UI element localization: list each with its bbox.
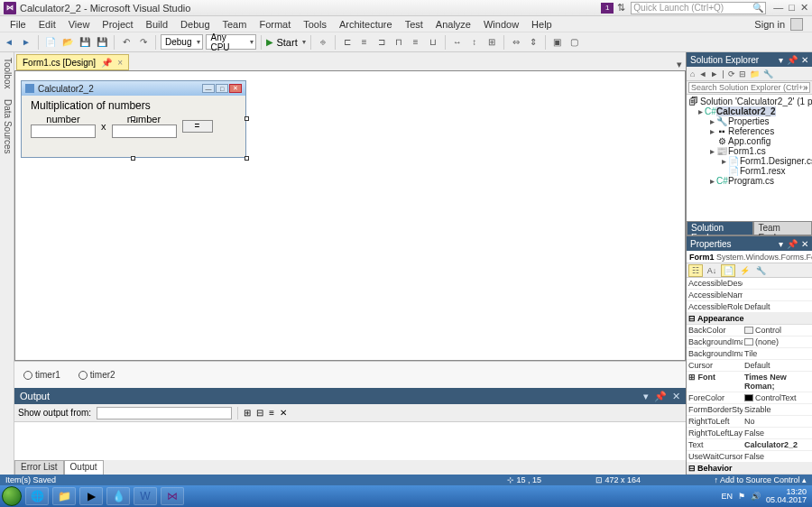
- se-collapse-button[interactable]: ⊟: [739, 69, 746, 78]
- pin-icon[interactable]: 📌: [787, 239, 798, 249]
- tree-program[interactable]: Program.cs: [728, 176, 774, 186]
- pin-icon[interactable]: 📌: [101, 58, 112, 68]
- output-tool-button[interactable]: ⊟: [256, 408, 263, 418]
- output-tool-button[interactable]: ⊞: [244, 408, 251, 418]
- data-sources-tab[interactable]: Data Sources: [0, 97, 14, 156]
- size-width-button[interactable]: ↔: [450, 35, 465, 50]
- menu-window[interactable]: Window: [477, 18, 525, 31]
- send-back-button[interactable]: ▢: [567, 35, 582, 50]
- toolbar-btn[interactable]: ⎆: [316, 35, 330, 50]
- taskbar-ie[interactable]: 🌐: [25, 487, 49, 505]
- tab-team-explorer[interactable]: Team Explorer: [753, 221, 812, 235]
- platform-dropdown[interactable]: Any CPU: [206, 34, 256, 50]
- menu-file[interactable]: File: [4, 18, 32, 31]
- panel-dropdown-icon[interactable]: ▾: [779, 55, 783, 65]
- taskbar-explorer[interactable]: 📁: [52, 487, 76, 505]
- tray-icon[interactable]: ⚑: [738, 492, 745, 501]
- notification-flag-icon[interactable]: 1: [601, 3, 614, 14]
- align-right-button[interactable]: ⊐: [374, 35, 389, 50]
- se-search-input[interactable]: [688, 82, 810, 93]
- tray-icon[interactable]: 🔊: [751, 492, 761, 501]
- textbox-number2[interactable]: [112, 124, 177, 138]
- close-tab-button[interactable]: ×: [117, 58, 123, 68]
- tree-form1-designer[interactable]: Form1.Designer.cs: [740, 156, 812, 166]
- doc-tab-form1-design[interactable]: Form1.cs [Design] 📌 ×: [16, 54, 129, 70]
- properties-object-selector[interactable]: Form1 System.Windows.Forms.Form: [687, 251, 812, 263]
- save-button[interactable]: 💾: [78, 35, 92, 50]
- equals-button[interactable]: =: [182, 120, 213, 133]
- save-all-button[interactable]: 💾: [95, 35, 109, 50]
- open-button[interactable]: 📂: [60, 35, 75, 50]
- menu-help[interactable]: Help: [525, 18, 558, 31]
- align-center-button[interactable]: ≡: [357, 35, 372, 50]
- close-icon[interactable]: ✕: [801, 55, 808, 65]
- menu-format[interactable]: Format: [253, 18, 297, 31]
- tree-references[interactable]: References: [728, 126, 774, 136]
- designer-surface[interactable]: Calculator2_2 — □ ✕ Multiplication of nu…: [14, 70, 686, 361]
- minimize-button[interactable]: —: [773, 2, 783, 14]
- bring-front-button[interactable]: ▣: [550, 35, 565, 50]
- source-control-button[interactable]: ↑ Add to Source Control ▴: [714, 475, 807, 484]
- tree-project[interactable]: Calculator2_2: [716, 106, 776, 116]
- panel-dropdown-icon[interactable]: ▾: [779, 239, 783, 249]
- size-height-button[interactable]: ↕: [467, 35, 482, 50]
- redo-button[interactable]: ↷: [136, 35, 151, 50]
- se-fwd-button[interactable]: ►: [710, 69, 718, 78]
- taskbar-app[interactable]: 💧: [106, 487, 130, 505]
- component-timer2[interactable]: timer2: [78, 370, 115, 380]
- panel-dropdown-icon[interactable]: ▾: [643, 391, 649, 402]
- menu-edit[interactable]: Edit: [32, 18, 62, 31]
- se-refresh-button[interactable]: ⟳: [728, 69, 735, 78]
- pin-icon[interactable]: 📌: [787, 55, 798, 65]
- se-home-button[interactable]: ⌂: [690, 69, 695, 78]
- taskbar-vs[interactable]: ⋈: [161, 487, 184, 505]
- start-orb[interactable]: [2, 486, 22, 506]
- tree-properties[interactable]: Properties: [728, 116, 770, 126]
- align-left-button[interactable]: ⊏: [340, 35, 355, 50]
- vspace-button[interactable]: ⇕: [526, 35, 540, 50]
- solution-tree[interactable]: 🗐Solution 'Calculator2_2' (1 project) ▸C…: [687, 95, 812, 221]
- se-showall-button[interactable]: 📁: [750, 69, 760, 78]
- textbox-number1[interactable]: [31, 124, 96, 138]
- menu-tools[interactable]: Tools: [297, 18, 333, 31]
- selection-handle[interactable]: [245, 156, 249, 161]
- tab-dropdown-button[interactable]: ▾: [673, 59, 686, 70]
- output-tool-button[interactable]: ≡: [269, 408, 274, 418]
- close-button[interactable]: ✕: [800, 2, 808, 14]
- config-dropdown[interactable]: Debug: [161, 34, 203, 50]
- taskbar-clock[interactable]: 13:20 05.04.2017: [766, 488, 807, 504]
- properties-grid[interactable]: AccessibleDescripti AccessibleName Acces…: [687, 278, 812, 475]
- taskbar-word[interactable]: W: [134, 487, 157, 505]
- quick-launch-input[interactable]: Quick Launch (Ctrl+Q)🔍: [631, 2, 766, 14]
- new-project-button[interactable]: 📄: [43, 35, 58, 50]
- tree-form1-resx[interactable]: Form1.resx: [740, 166, 786, 176]
- props-pages-button[interactable]: 🔧: [753, 264, 768, 277]
- selection-handle[interactable]: [131, 116, 135, 121]
- lang-indicator[interactable]: EN: [721, 492, 733, 501]
- maximize-button[interactable]: □: [789, 2, 795, 14]
- signin-link[interactable]: Sign in: [754, 19, 785, 30]
- align-bottom-button[interactable]: ⊔: [426, 35, 440, 50]
- close-icon[interactable]: ✕: [801, 239, 808, 249]
- selection-handle[interactable]: [245, 116, 249, 121]
- menu-analyze[interactable]: Analyze: [429, 18, 477, 31]
- props-categorized-button[interactable]: ☷: [688, 264, 703, 277]
- hspace-button[interactable]: ⇔: [509, 35, 523, 50]
- start-button[interactable]: ▶Start▾: [266, 37, 305, 48]
- output-body[interactable]: [14, 422, 686, 460]
- menu-view[interactable]: View: [62, 18, 97, 31]
- nav-back-button[interactable]: ◄: [2, 35, 16, 50]
- menu-team[interactable]: Team: [217, 18, 254, 31]
- close-icon[interactable]: ✕: [672, 391, 680, 402]
- align-top-button[interactable]: ⊓: [392, 35, 406, 50]
- selection-handle[interactable]: [131, 156, 135, 161]
- output-clear-button[interactable]: ✕: [280, 408, 287, 418]
- nav-forward-button[interactable]: ►: [19, 35, 33, 50]
- tab-solution-explorer[interactable]: Solution Explorer: [687, 221, 753, 235]
- menu-project[interactable]: Project: [96, 18, 139, 31]
- tree-appconfig[interactable]: App.config: [728, 136, 770, 146]
- output-source-dropdown[interactable]: [97, 407, 232, 419]
- props-alpha-button[interactable]: A↓: [705, 264, 719, 277]
- user-icon[interactable]: [790, 18, 803, 31]
- size-both-button[interactable]: ⊞: [484, 35, 499, 50]
